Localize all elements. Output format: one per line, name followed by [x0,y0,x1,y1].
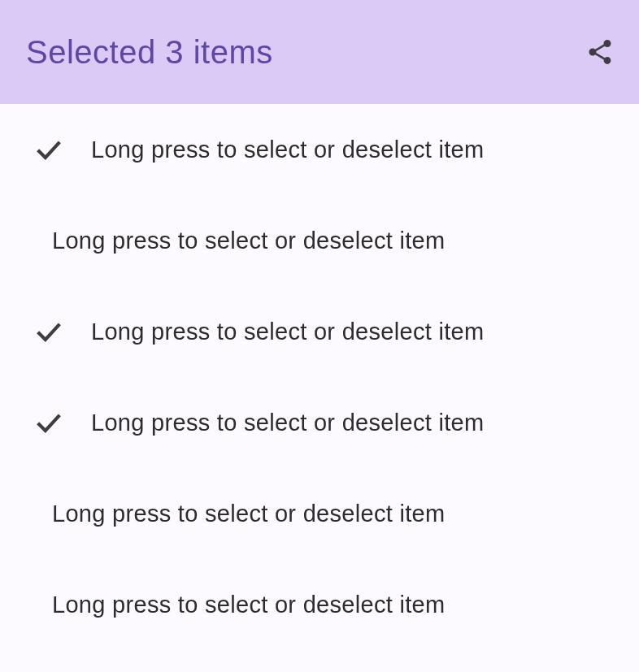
list-item-label: Long press to select or deselect item [91,410,484,436]
list-item[interactable]: Long press to select or deselect item [0,377,639,468]
list-item[interactable]: Long press to select or deselect item [0,286,639,377]
list-item[interactable]: Long press to select or deselect item [0,468,639,559]
list-item-label: Long press to select or deselect item [52,592,445,618]
list-item[interactable]: Long press to select or deselect item [0,104,639,195]
check-icon [33,406,65,439]
list-item[interactable]: Long press to select or deselect item [0,195,639,286]
list-item[interactable]: Long press to select or deselect item [0,559,639,650]
list-item-label: Long press to select or deselect item [52,228,445,254]
check-icon [33,315,65,348]
appbar: Selected 3 items [0,0,639,104]
share-icon[interactable] [584,36,616,68]
list-item-label: Long press to select or deselect item [91,319,484,345]
appbar-title: Selected 3 items [26,34,273,71]
list-item-label: Long press to select or deselect item [52,501,445,527]
list: Long press to select or deselect item Lo… [0,104,639,650]
check-icon [33,133,65,166]
list-item-label: Long press to select or deselect item [91,137,484,163]
